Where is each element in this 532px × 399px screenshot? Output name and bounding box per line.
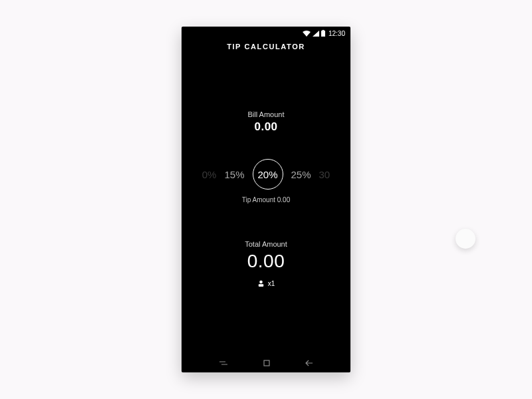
- total-section: Total Amount 0.00: [245, 240, 287, 272]
- content-area: Bill Amount 0.00 0% 15% 20% 25% 30 Tip A…: [182, 51, 350, 354]
- tip-option-4[interactable]: 30: [319, 169, 331, 180]
- android-nav-bar: [182, 354, 350, 372]
- battery-icon: [321, 30, 325, 37]
- bill-section[interactable]: Bill Amount 0.00: [247, 110, 284, 134]
- tip-option-3[interactable]: 25%: [291, 169, 311, 180]
- bill-value: 0.00: [247, 120, 284, 134]
- svg-rect-3: [259, 284, 263, 287]
- svg-point-2: [259, 281, 263, 284]
- tip-option-selected[interactable]: 20%: [253, 159, 283, 190]
- split-row[interactable]: x1: [257, 280, 275, 287]
- svg-rect-4: [264, 360, 269, 366]
- tip-amount-value: 0.00: [277, 196, 290, 203]
- app-title: TIP CALCULATOR: [182, 43, 350, 51]
- total-value: 0.00: [245, 251, 287, 272]
- tip-option-1[interactable]: 15%: [224, 169, 244, 180]
- tip-option-0[interactable]: 0%: [202, 169, 217, 180]
- back-icon[interactable]: [305, 360, 313, 366]
- bill-label: Bill Amount: [247, 110, 284, 118]
- status-time: 12:30: [329, 30, 345, 37]
- floating-action-button[interactable]: [456, 229, 475, 249]
- wifi-icon: [303, 31, 311, 37]
- home-icon[interactable]: [263, 360, 270, 366]
- recent-apps-icon[interactable]: [219, 360, 228, 366]
- split-count: 1: [271, 280, 275, 287]
- person-icon: [257, 280, 265, 287]
- tip-amount-label: Tip Amount: [242, 196, 275, 203]
- tip-amount-row: Tip Amount 0.00: [242, 196, 290, 203]
- phone-frame: 12:30 TIP CALCULATOR Bill Amount 0.00 0%…: [182, 27, 350, 372]
- svg-rect-1: [321, 31, 325, 37]
- signal-icon: [313, 31, 319, 37]
- svg-rect-0: [322, 30, 324, 31]
- tip-percentage-picker[interactable]: 0% 15% 20% 25% 30: [182, 159, 350, 190]
- status-bar: 12:30: [182, 27, 350, 40]
- total-label: Total Amount: [245, 240, 287, 248]
